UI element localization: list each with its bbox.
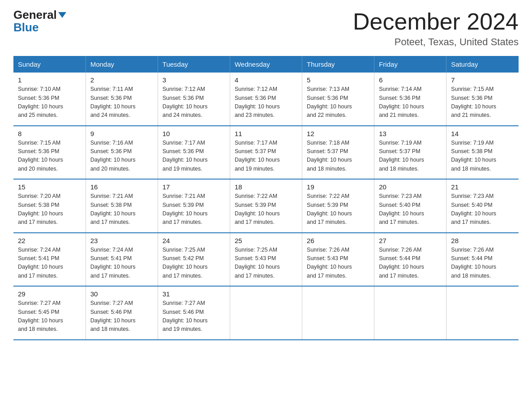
day-number: 30 (90, 290, 153, 298)
col-saturday: Saturday (446, 56, 519, 73)
calendar-cell: 21 Sunrise: 7:23 AMSunset: 5:40 PMDaylig… (446, 179, 519, 233)
day-number: 10 (163, 130, 225, 137)
calendar-cell (374, 286, 446, 340)
day-info: Sunrise: 7:17 AMSunset: 5:36 PMDaylight:… (163, 139, 225, 174)
day-info: Sunrise: 7:27 AMSunset: 5:46 PMDaylight:… (90, 299, 153, 334)
day-number: 11 (235, 130, 297, 137)
day-info: Sunrise: 7:15 AMSunset: 5:36 PMDaylight:… (18, 139, 81, 174)
day-info: Sunrise: 7:25 AMSunset: 5:43 PMDaylight:… (235, 246, 297, 281)
calendar-cell: 30 Sunrise: 7:27 AMSunset: 5:46 PMDaylig… (86, 286, 158, 340)
day-info: Sunrise: 7:22 AMSunset: 5:39 PMDaylight:… (307, 192, 369, 227)
day-number: 3 (163, 76, 225, 84)
calendar-week-4: 22 Sunrise: 7:24 AMSunset: 5:41 PMDaylig… (13, 233, 519, 287)
col-friday: Friday (374, 56, 446, 73)
day-number: 24 (163, 237, 225, 244)
calendar-cell: 27 Sunrise: 7:26 AMSunset: 5:44 PMDaylig… (374, 233, 446, 287)
day-info: Sunrise: 7:14 AMSunset: 5:36 PMDaylight:… (379, 85, 442, 120)
col-sunday: Sunday (13, 56, 86, 73)
calendar-cell: 2 Sunrise: 7:11 AMSunset: 5:36 PMDayligh… (86, 73, 158, 126)
day-number: 21 (451, 183, 514, 191)
day-number: 14 (451, 130, 514, 137)
day-number: 23 (90, 237, 153, 244)
day-info: Sunrise: 7:21 AMSunset: 5:38 PMDaylight:… (90, 192, 153, 227)
calendar-cell: 20 Sunrise: 7:23 AMSunset: 5:40 PMDaylig… (374, 179, 446, 233)
col-wednesday: Wednesday (230, 56, 302, 73)
day-number: 7 (451, 76, 514, 84)
day-info: Sunrise: 7:23 AMSunset: 5:40 PMDaylight:… (379, 192, 442, 227)
location-title: Poteet, Texas, United States (353, 36, 519, 48)
header-row: Sunday Monday Tuesday Wednesday Thursday… (13, 56, 519, 73)
day-number: 27 (379, 237, 442, 244)
day-number: 31 (163, 290, 225, 298)
day-info: Sunrise: 7:23 AMSunset: 5:40 PMDaylight:… (451, 192, 514, 227)
day-info: Sunrise: 7:19 AMSunset: 5:37 PMDaylight:… (379, 139, 442, 174)
day-number: 15 (18, 183, 81, 191)
page-header: General Blue December 2024 Poteet, Texas… (13, 9, 519, 48)
calendar-week-5: 29 Sunrise: 7:27 AMSunset: 5:45 PMDaylig… (13, 286, 519, 340)
logo-blue-line: Blue (13, 21, 39, 34)
calendar-cell: 11 Sunrise: 7:17 AMSunset: 5:37 PMDaylig… (230, 126, 302, 180)
calendar-week-3: 15 Sunrise: 7:20 AMSunset: 5:38 PMDaylig… (13, 179, 519, 233)
day-number: 9 (90, 130, 153, 137)
calendar-cell (230, 286, 302, 340)
day-info: Sunrise: 7:24 AMSunset: 5:41 PMDaylight:… (18, 246, 81, 281)
day-number: 6 (379, 76, 442, 84)
calendar-cell: 19 Sunrise: 7:22 AMSunset: 5:39 PMDaylig… (302, 179, 374, 233)
day-info: Sunrise: 7:26 AMSunset: 5:43 PMDaylight:… (307, 246, 369, 281)
day-info: Sunrise: 7:12 AMSunset: 5:36 PMDaylight:… (235, 85, 297, 120)
day-number: 1 (18, 76, 81, 84)
calendar-cell: 3 Sunrise: 7:12 AMSunset: 5:36 PMDayligh… (158, 73, 230, 126)
day-info: Sunrise: 7:17 AMSunset: 5:37 PMDaylight:… (235, 139, 297, 174)
day-info: Sunrise: 7:26 AMSunset: 5:44 PMDaylight:… (451, 246, 514, 281)
day-number: 19 (307, 183, 369, 191)
calendar-cell (446, 286, 519, 340)
day-number: 25 (235, 237, 297, 244)
logo-arrow-icon (58, 12, 66, 18)
day-number: 28 (451, 237, 514, 244)
calendar-week-2: 8 Sunrise: 7:15 AMSunset: 5:36 PMDayligh… (13, 126, 519, 180)
day-info: Sunrise: 7:27 AMSunset: 5:46 PMDaylight:… (163, 299, 225, 334)
day-number: 17 (163, 183, 225, 191)
day-number: 8 (18, 130, 81, 137)
day-info: Sunrise: 7:19 AMSunset: 5:38 PMDaylight:… (451, 139, 514, 174)
day-info: Sunrise: 7:21 AMSunset: 5:39 PMDaylight:… (163, 192, 225, 227)
col-tuesday: Tuesday (158, 56, 230, 73)
day-number: 26 (307, 237, 369, 244)
day-number: 4 (235, 76, 297, 84)
day-number: 20 (379, 183, 442, 191)
day-info: Sunrise: 7:26 AMSunset: 5:44 PMDaylight:… (379, 246, 442, 281)
calendar-cell: 10 Sunrise: 7:17 AMSunset: 5:36 PMDaylig… (158, 126, 230, 180)
calendar-cell: 18 Sunrise: 7:22 AMSunset: 5:39 PMDaylig… (230, 179, 302, 233)
day-info: Sunrise: 7:25 AMSunset: 5:42 PMDaylight:… (163, 246, 225, 281)
day-number: 2 (90, 76, 153, 84)
calendar-cell: 28 Sunrise: 7:26 AMSunset: 5:44 PMDaylig… (446, 233, 519, 287)
calendar-cell: 4 Sunrise: 7:12 AMSunset: 5:36 PMDayligh… (230, 73, 302, 126)
calendar-cell: 8 Sunrise: 7:15 AMSunset: 5:36 PMDayligh… (13, 126, 86, 180)
logo-general-line: General (13, 9, 66, 21)
calendar-cell: 15 Sunrise: 7:20 AMSunset: 5:38 PMDaylig… (13, 179, 86, 233)
day-info: Sunrise: 7:10 AMSunset: 5:36 PMDaylight:… (18, 85, 81, 120)
day-number: 29 (18, 290, 81, 298)
day-info: Sunrise: 7:18 AMSunset: 5:37 PMDaylight:… (307, 139, 369, 174)
day-number: 22 (18, 237, 81, 244)
calendar-body: 1 Sunrise: 7:10 AMSunset: 5:36 PMDayligh… (13, 73, 519, 340)
calendar-cell: 14 Sunrise: 7:19 AMSunset: 5:38 PMDaylig… (446, 126, 519, 180)
day-info: Sunrise: 7:11 AMSunset: 5:36 PMDaylight:… (90, 85, 153, 120)
col-thursday: Thursday (302, 56, 374, 73)
calendar-table: Sunday Monday Tuesday Wednesday Thursday… (13, 56, 519, 340)
day-info: Sunrise: 7:27 AMSunset: 5:45 PMDaylight:… (18, 299, 81, 334)
day-number: 13 (379, 130, 442, 137)
title-area: December 2024 Poteet, Texas, United Stat… (353, 9, 519, 48)
calendar-cell: 26 Sunrise: 7:26 AMSunset: 5:43 PMDaylig… (302, 233, 374, 287)
calendar-cell: 17 Sunrise: 7:21 AMSunset: 5:39 PMDaylig… (158, 179, 230, 233)
day-info: Sunrise: 7:15 AMSunset: 5:36 PMDaylight:… (451, 85, 514, 120)
logo-general-text: General (13, 8, 66, 21)
logo: General Blue (13, 9, 66, 34)
calendar-cell: 16 Sunrise: 7:21 AMSunset: 5:38 PMDaylig… (86, 179, 158, 233)
day-number: 12 (307, 130, 369, 137)
day-info: Sunrise: 7:24 AMSunset: 5:41 PMDaylight:… (90, 246, 153, 281)
calendar-week-1: 1 Sunrise: 7:10 AMSunset: 5:36 PMDayligh… (13, 73, 519, 126)
calendar-cell: 12 Sunrise: 7:18 AMSunset: 5:37 PMDaylig… (302, 126, 374, 180)
calendar-cell: 9 Sunrise: 7:16 AMSunset: 5:36 PMDayligh… (86, 126, 158, 180)
calendar-cell: 22 Sunrise: 7:24 AMSunset: 5:41 PMDaylig… (13, 233, 86, 287)
